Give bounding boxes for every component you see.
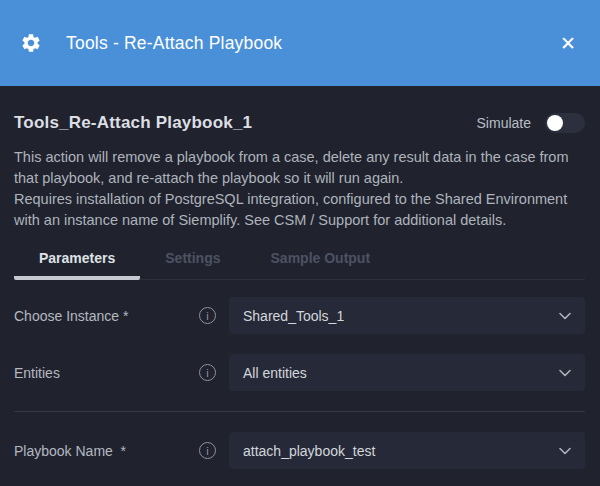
action-config-dialog: Tools - Re-Attach Playbook ✕ Tools_Re-At… bbox=[0, 0, 600, 486]
chevron-down-icon bbox=[559, 447, 571, 455]
entities-select[interactable]: All entities bbox=[229, 354, 585, 391]
dialog-body: Tools_Re-Attach Playbook_1 Simulate This… bbox=[0, 86, 600, 486]
tab-sample-output[interactable]: Sample Output bbox=[246, 243, 396, 280]
description-line: Requires installation of PostgreSQL inte… bbox=[14, 189, 585, 231]
info-icon[interactable]: i bbox=[199, 307, 216, 324]
field-label: Entities bbox=[14, 365, 199, 381]
field-label: Playbook Name * bbox=[14, 443, 199, 459]
simulate-control: Simulate bbox=[477, 113, 585, 133]
form-row-choose-instance: Choose Instance * i Shared_Tools_1 bbox=[14, 297, 585, 334]
chevron-down-icon bbox=[559, 312, 571, 320]
action-name-heading: Tools_Re-Attach Playbook_1 bbox=[14, 113, 252, 133]
toggle-knob bbox=[547, 115, 563, 131]
description-line: This action will remove a playbook from … bbox=[14, 147, 585, 189]
tab-settings[interactable]: Settings bbox=[140, 243, 245, 280]
chevron-down-icon bbox=[559, 369, 571, 377]
parameters-form: Choose Instance * i Shared_Tools_1 Entit… bbox=[14, 280, 585, 469]
gear-icon bbox=[20, 32, 42, 54]
section-divider bbox=[14, 411, 585, 412]
choose-instance-select[interactable]: Shared_Tools_1 bbox=[229, 297, 585, 334]
action-description: This action will remove a playbook from … bbox=[14, 147, 585, 231]
playbook-name-select[interactable]: attach_playbook_test bbox=[229, 432, 585, 469]
info-icon[interactable]: i bbox=[199, 364, 216, 381]
info-icon[interactable]: i bbox=[199, 442, 216, 459]
simulate-label: Simulate bbox=[477, 115, 531, 131]
simulate-toggle[interactable] bbox=[545, 113, 585, 133]
select-value: attach_playbook_test bbox=[243, 443, 559, 459]
form-row-playbook-name: Playbook Name * i attach_playbook_test bbox=[14, 432, 585, 469]
tab-parameters[interactable]: Parameters bbox=[14, 243, 140, 280]
close-icon[interactable]: ✕ bbox=[558, 32, 578, 55]
select-value: All entities bbox=[243, 365, 559, 381]
dialog-header: Tools - Re-Attach Playbook ✕ bbox=[0, 0, 600, 86]
field-label: Choose Instance * bbox=[14, 308, 199, 324]
form-row-entities: Entities i All entities bbox=[14, 354, 585, 391]
dialog-title: Tools - Re-Attach Playbook bbox=[66, 33, 558, 54]
tab-bar: Parameters Settings Sample Output bbox=[14, 243, 585, 280]
select-value: Shared_Tools_1 bbox=[243, 308, 559, 324]
